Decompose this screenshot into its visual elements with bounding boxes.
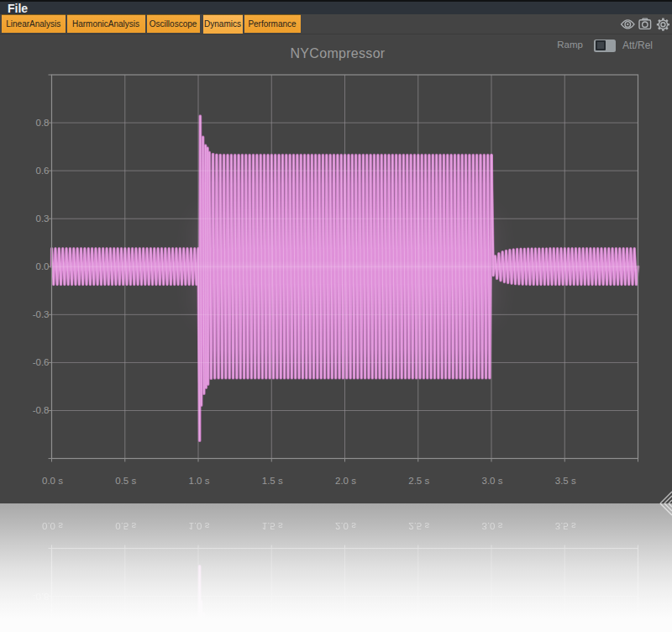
svg-text:-0.6: -0.6	[33, 357, 50, 367]
svg-text:0.3: 0.3	[36, 213, 50, 224]
svg-text:0.8: 0.8	[36, 118, 50, 128]
svg-text:3.0 s: 3.0 s	[482, 476, 503, 486]
svg-text:1.0 s: 1.0 s	[189, 476, 210, 486]
svg-text:1.5 s: 1.5 s	[262, 476, 283, 486]
svg-text:0.0 s: 0.0 s	[42, 476, 63, 486]
svg-text:-0.8: -0.8	[33, 405, 50, 415]
svg-text:0.0: 0.0	[36, 261, 50, 271]
svg-text:3.5 s: 3.5 s	[555, 476, 576, 486]
svg-text:0.6: 0.6	[36, 166, 50, 176]
svg-text:2.0 s: 2.0 s	[335, 476, 356, 486]
svg-text:-0.3: -0.3	[33, 309, 50, 319]
svg-text:0.5 s: 0.5 s	[115, 476, 136, 486]
svg-text:2.5 s: 2.5 s	[408, 476, 429, 486]
